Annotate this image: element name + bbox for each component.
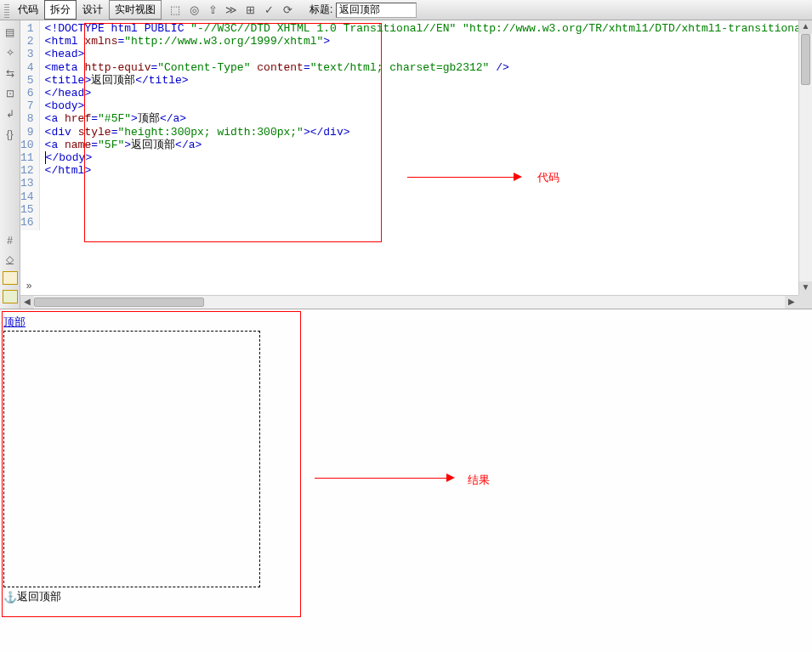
scroll-thumb-h[interactable] bbox=[34, 298, 204, 307]
wand-icon[interactable]: ✧ bbox=[3, 46, 17, 60]
preview-empty-div bbox=[3, 331, 260, 587]
scroll-down-icon[interactable]: ▼ bbox=[799, 281, 812, 295]
select-parent-icon[interactable]: ⊡ bbox=[3, 87, 17, 100]
code-workspace: ▤ ✧ ⇆ ⊡ ↲ {} # ◇ 1 2 3 4 5 6 7 8 9 10 11… bbox=[0, 20, 812, 309]
tab-code[interactable]: 代码 bbox=[12, 1, 44, 19]
preview-anchor-text: 返回顶部 bbox=[17, 589, 61, 604]
line-numbers-icon[interactable]: # bbox=[3, 234, 17, 247]
color-box2-icon[interactable] bbox=[3, 290, 18, 303]
balance-braces-icon[interactable]: {} bbox=[3, 128, 17, 141]
scroll-up-icon[interactable]: ▲ bbox=[799, 20, 812, 34]
annotation-arrowhead-result bbox=[446, 473, 455, 482]
preview-anchor-row: ⚓ 返回顶部 bbox=[3, 589, 301, 604]
scroll-right-icon[interactable]: ▶ bbox=[785, 296, 798, 309]
code-lines[interactable]: <!DOCTYPE html PUBLIC "-//W3C//DTD XHTML… bbox=[40, 20, 812, 230]
visual-aids-icon[interactable]: ⊞ bbox=[243, 3, 257, 17]
scroll-thumb-v[interactable] bbox=[801, 34, 810, 85]
upload-icon[interactable]: ⇧ bbox=[206, 3, 219, 17]
preview-content: 顶部 ⚓ 返回顶部 bbox=[3, 315, 301, 616]
preview-top-link[interactable]: 顶部 bbox=[3, 315, 26, 328]
horizontal-scrollbar[interactable]: ◀ ▶ bbox=[20, 295, 798, 309]
line-number-gutter: 1 2 3 4 5 6 7 8 9 10 11 12 13 14 15 16 bbox=[20, 20, 40, 230]
refresh-icon[interactable]: ⟳ bbox=[281, 3, 294, 17]
title-label: 标题: bbox=[309, 3, 332, 17]
inspect-icon[interactable]: ⬚ bbox=[168, 3, 182, 17]
code-editor-pane: 1 2 3 4 5 6 7 8 9 10 11 12 13 14 15 16 <… bbox=[20, 20, 812, 309]
tab-split[interactable]: 拆分 bbox=[44, 0, 77, 20]
browser-icon[interactable]: ◎ bbox=[187, 3, 201, 17]
top-toolbar: 代码 拆分 设计 实时视图 ⬚ ◎ ⇧ ≫ ⊞ ✓ ⟳ 标题: bbox=[0, 0, 812, 20]
scroll-left-icon[interactable]: ◀ bbox=[20, 296, 34, 309]
side-toolbar: ▤ ✧ ⇆ ⊡ ↲ {} # ◇ bbox=[0, 20, 20, 309]
toolbar-icons: ⬚ ◎ ⇧ ≫ ⊞ ✓ ⟳ bbox=[168, 3, 294, 17]
vertical-scrollbar[interactable]: ▲ ▼ bbox=[798, 20, 812, 295]
expand-pane-icon[interactable]: » bbox=[22, 280, 36, 293]
title-input[interactable] bbox=[336, 3, 417, 18]
annotation-arrow-result bbox=[315, 478, 446, 479]
annotation-label-result: 结果 bbox=[468, 473, 490, 488]
drag-handle-icon bbox=[4, 3, 9, 18]
collapse-icon[interactable]: ⇆ bbox=[3, 66, 17, 80]
check-icon[interactable]: ✓ bbox=[262, 3, 275, 17]
wrap-icon[interactable]: ↲ bbox=[3, 107, 17, 121]
color-box-icon[interactable] bbox=[3, 271, 18, 285]
preview-pane: 顶部 ⚓ 返回顶部 结果 bbox=[0, 309, 812, 652]
anchor-icon: ⚓ bbox=[3, 591, 15, 603]
title-group: 标题: bbox=[309, 3, 417, 18]
highlight-icon[interactable]: ◇ bbox=[3, 252, 17, 266]
tab-live-view[interactable]: 实时视图 bbox=[109, 0, 162, 20]
code-inner[interactable]: 1 2 3 4 5 6 7 8 9 10 11 12 13 14 15 16 <… bbox=[20, 20, 812, 230]
view-tabs: 代码 拆分 设计 实时视图 bbox=[2, 0, 162, 20]
tab-design[interactable]: 设计 bbox=[77, 1, 109, 19]
open-docs-icon[interactable]: ▤ bbox=[3, 26, 17, 39]
tag-icon[interactable]: ≫ bbox=[224, 3, 238, 17]
scroll-corner bbox=[798, 295, 812, 309]
